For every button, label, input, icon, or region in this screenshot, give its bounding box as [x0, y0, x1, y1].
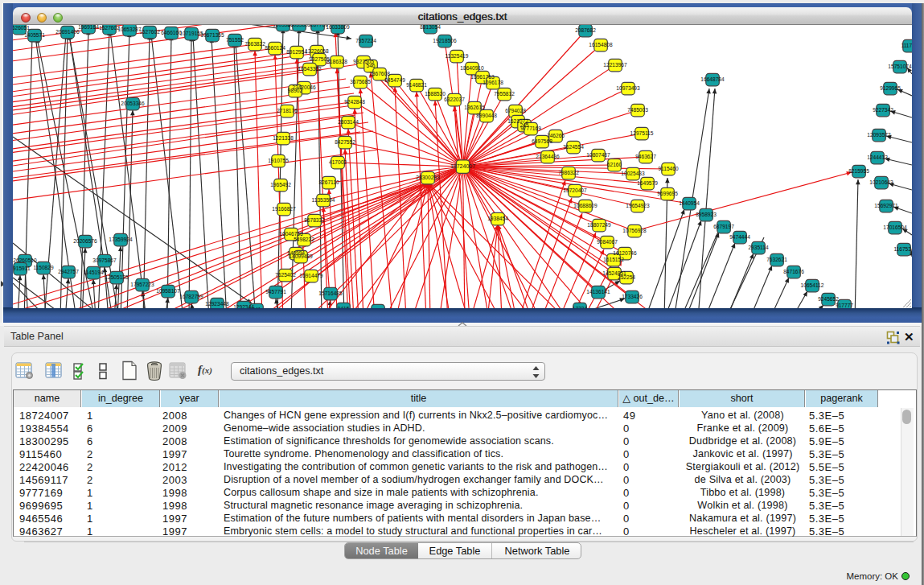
svg-text:14099489: 14099489	[289, 253, 313, 259]
svg-text:1938454: 1938454	[487, 216, 508, 221]
svg-text:17957223: 17957223	[130, 282, 154, 287]
svg-text:7485003: 7485003	[627, 107, 648, 113]
svg-text:17016504: 17016504	[883, 225, 907, 230]
svg-text:28300293: 28300293	[416, 175, 440, 180]
svg-text:11325419: 11325419	[446, 53, 469, 59]
svg-text:10973493: 10973493	[616, 85, 640, 91]
svg-text:6322037: 6322037	[444, 97, 465, 102]
svg-text:9463627: 9463627	[635, 154, 656, 159]
svg-text:2367608: 2367608	[369, 71, 390, 76]
svg-text:8813054: 8813054	[420, 25, 441, 30]
svg-text:10958107: 10958107	[156, 288, 180, 294]
svg-text:8427552: 8427552	[335, 139, 355, 145]
svg-text:15716485: 15716485	[318, 290, 343, 296]
svg-text:8215955: 8215955	[848, 168, 869, 174]
svg-text:2087682: 2087682	[575, 27, 596, 33]
svg-text:7632621: 7632621	[766, 257, 787, 262]
svg-text:10671355: 10671355	[200, 32, 224, 38]
svg-text:3915911: 3915911	[13, 266, 31, 271]
svg-text:12505135: 12505135	[105, 274, 129, 280]
svg-text:12093572: 12093572	[867, 132, 891, 138]
svg-text:16543362: 16543362	[298, 66, 322, 72]
svg-text:1527602: 1527602	[99, 25, 120, 31]
svg-text:9242848: 9242848	[344, 99, 365, 105]
svg-text:917777: 917777	[836, 303, 853, 308]
svg-text:16782759: 16782759	[179, 294, 203, 299]
svg-text:14136141: 14136141	[586, 289, 610, 295]
svg-text:2718176: 2718176	[277, 108, 298, 113]
svg-text:8912954: 8912954	[286, 49, 307, 55]
svg-text:10653287: 10653287	[117, 27, 142, 32]
svg-text:10025433: 10025433	[621, 171, 645, 176]
svg-text:8186328: 8186328	[326, 59, 347, 64]
svg-text:2626051: 2626051	[13, 25, 30, 31]
svg-text:19218506: 19218506	[433, 38, 457, 43]
svg-text:751552: 751552	[226, 37, 244, 43]
svg-text:8471676: 8471676	[783, 269, 804, 274]
svg-text:7663822: 7663822	[244, 41, 265, 47]
svg-text:9115460: 9115460	[658, 166, 679, 171]
svg-text:1733426: 1733426	[622, 294, 643, 299]
svg-text:1405571: 1405571	[24, 32, 45, 38]
svg-text:111743: 111743	[901, 43, 912, 48]
svg-text:16914479: 16914479	[299, 273, 323, 278]
svg-text:98902: 98902	[288, 88, 303, 93]
svg-text:10756928: 10756928	[622, 228, 647, 233]
svg-text:9129965: 9129965	[880, 85, 901, 91]
svg-text:1167534: 1167534	[893, 246, 912, 252]
svg-text:8958923: 8958923	[696, 212, 717, 217]
svg-text:21364436: 21364436	[536, 154, 560, 159]
svg-text:18807249: 18807249	[587, 222, 611, 228]
svg-text:15720407: 15720407	[563, 187, 587, 193]
svg-text:546: 546	[366, 63, 375, 68]
svg-text:1615152: 1615152	[603, 257, 624, 262]
svg-text:16033809: 16033809	[326, 25, 350, 30]
svg-text:7955812: 7955812	[494, 91, 515, 97]
svg-text:20691406: 20691406	[55, 29, 80, 35]
svg-text:9699695: 9699695	[657, 191, 678, 196]
svg-text:62160: 62160	[607, 162, 622, 167]
svg-text:9474444: 9474444	[729, 234, 750, 240]
svg-text:7625402: 7625402	[275, 272, 296, 278]
svg-text:417003: 417003	[329, 159, 347, 165]
svg-text:17334: 17334	[573, 306, 588, 308]
svg-text:6794028: 6794028	[505, 108, 526, 113]
svg-text:9415: 9415	[338, 306, 350, 308]
svg-text:15751074: 15751074	[888, 64, 912, 69]
svg-text:13226058: 13226058	[305, 48, 329, 54]
svg-text:15692971: 15692971	[874, 203, 898, 208]
svg-text:16648784: 16648784	[700, 76, 725, 82]
svg-text:16046756: 16046756	[279, 231, 303, 237]
svg-text:1527602: 1527602	[139, 29, 160, 35]
svg-text:1526: 1526	[372, 307, 384, 308]
svg-text:1150829: 1150829	[33, 265, 54, 270]
svg-text:6879197: 6879197	[713, 224, 734, 229]
svg-text:9084067: 9084067	[597, 239, 618, 245]
svg-text:9457791: 9457791	[265, 289, 286, 295]
svg-text:3675685: 3675685	[350, 79, 371, 84]
svg-text:1145194: 1145194	[83, 270, 104, 275]
svg-text:7357224: 7357224	[355, 38, 376, 43]
svg-text:1244413: 1244413	[867, 154, 888, 160]
svg-text:17359924: 17359924	[109, 237, 133, 242]
svg-text:3624554: 3624554	[563, 144, 584, 150]
svg-text:746266: 746266	[547, 133, 565, 138]
svg-text:6497568: 6497568	[532, 138, 552, 144]
svg-text:8660124: 8660124	[265, 45, 285, 51]
svg-text:16154808: 16154808	[589, 42, 613, 47]
svg-text:1969164: 1969164	[78, 25, 99, 30]
svg-text:10210643: 10210643	[869, 179, 893, 185]
svg-text:12923448: 12923448	[205, 301, 229, 307]
svg-text:252254: 252254	[618, 274, 635, 280]
svg-text:8678332: 8678332	[304, 217, 325, 223]
svg-text:1910755: 1910755	[268, 158, 289, 163]
svg-text:1588520: 1588520	[425, 91, 446, 97]
svg-text:1096178: 1096178	[483, 80, 503, 85]
svg-text:12213967: 12213967	[603, 62, 627, 68]
svg-text:18640910: 18640910	[460, 65, 484, 71]
svg-text:1292344: 1292344	[233, 304, 254, 308]
svg-text:10807487: 10807487	[586, 152, 610, 158]
svg-text:1649579: 1649579	[637, 180, 658, 186]
svg-text:2803144: 2803144	[338, 119, 359, 125]
svg-text:16961763: 16961763	[470, 74, 495, 80]
